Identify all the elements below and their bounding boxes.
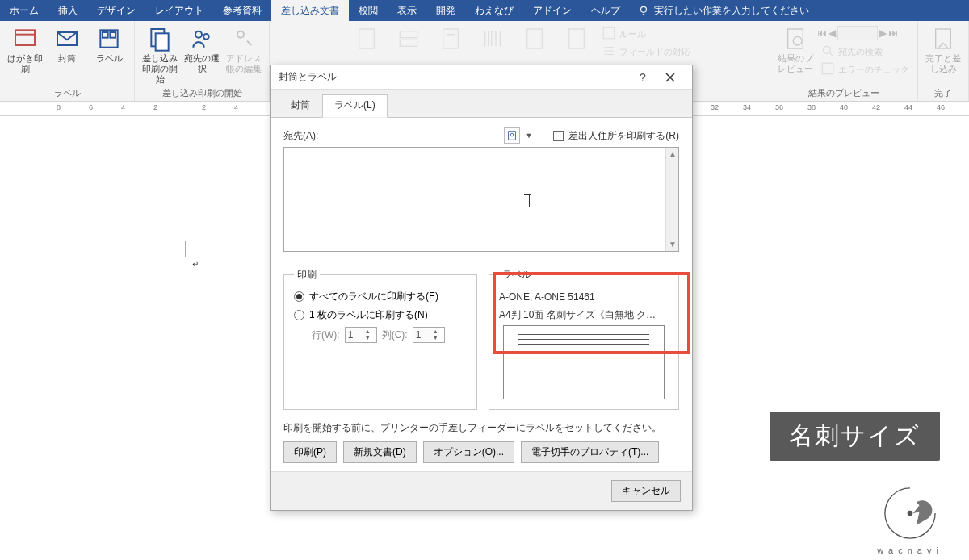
tab-home[interactable]: ホーム	[0, 0, 48, 21]
start-mailmerge-button[interactable]: 差し込み印刷の開始	[140, 24, 180, 86]
rules-icon	[602, 26, 616, 40]
envelopes-labels-dialog: 封筒とラベル ? 封筒 ラベル(L) 宛先(A): ▼ 差出人住所を印刷する(R…	[270, 65, 693, 511]
svg-rect-4	[103, 32, 108, 38]
edit-recipients-icon	[231, 26, 257, 52]
tell-me-text: 実行したい作業を入力してください	[654, 4, 809, 18]
close-icon	[665, 73, 675, 82]
print-group-legend: 印刷	[294, 268, 320, 282]
hagaki-icon	[12, 26, 38, 52]
svg-point-23	[908, 511, 912, 515]
group-create-label: ラベル	[54, 86, 81, 99]
svg-point-19	[793, 36, 802, 45]
options-button[interactable]: オプション(O)...	[423, 441, 514, 463]
svg-point-10	[237, 31, 244, 38]
svg-rect-5	[110, 32, 115, 38]
tab-developer[interactable]: 開発	[426, 0, 465, 21]
check-errors-button: エラーのチェック	[817, 60, 912, 77]
address-scrollbar[interactable]: ▲ ▼	[665, 148, 678, 251]
label-product-line2: A4判 10面 名刺サイズ《白無地 ク…	[499, 307, 669, 322]
address-book-button[interactable]	[504, 127, 520, 144]
svg-rect-24	[509, 132, 516, 140]
next-record-icon: ▶	[879, 27, 887, 39]
watermark-logo: wacnavi	[874, 481, 946, 555]
dialog-tab-label[interactable]: ラベル(L)	[322, 94, 388, 118]
preview-results-button: 結果のプレビュー	[775, 24, 816, 76]
epostage-button[interactable]: 電子切手のプロパティ(T)...	[521, 441, 659, 463]
col-spinner[interactable]: ▲▼	[413, 327, 445, 343]
group-finish: 完了と差し込み 完了	[918, 21, 969, 101]
find-recipient-button: 宛先の検索	[817, 42, 912, 60]
tab-custom[interactable]: わえなび	[465, 0, 523, 21]
new-document-button[interactable]: 新規文書(D)	[343, 441, 417, 463]
row-label: 行(W):	[312, 328, 340, 342]
tab-mailings[interactable]: 差し込み文書	[271, 0, 349, 21]
radio-all-labels[interactable]: すべてのラベルに印刷する(E)	[294, 290, 467, 303]
label-preview	[503, 325, 665, 399]
svg-rect-15	[526, 29, 542, 48]
svg-rect-16	[568, 29, 584, 48]
last-record-icon: ⏭	[888, 27, 898, 39]
tab-addin[interactable]: アドイン	[523, 0, 581, 21]
barcode-button	[472, 24, 513, 53]
svg-point-0	[641, 6, 647, 12]
dialog-tab-envelope[interactable]: 封筒	[279, 94, 322, 117]
edit-recipients-button: アドレス帳の編集	[224, 24, 264, 76]
dialog-help-button[interactable]: ?	[629, 65, 656, 90]
svg-rect-17	[603, 27, 615, 39]
match-fields-button: フィールドの対応	[598, 42, 694, 60]
envelope-button[interactable]: 封筒	[47, 24, 87, 65]
address-book-icon	[506, 130, 518, 141]
select-recipients-button[interactable]: 宛先の選択	[182, 24, 222, 76]
envelope-icon	[54, 26, 80, 52]
tab-references[interactable]: 参考資料	[213, 0, 271, 21]
svg-rect-1	[15, 30, 35, 45]
svg-point-9	[203, 34, 209, 40]
check-icon	[820, 61, 835, 76]
app-tabs: ホーム 挿入 デザイン レイアウト 参考資料 差し込み文書 校閲 表示 開発 わ…	[0, 0, 969, 21]
label-info-group[interactable]: ラベル A-ONE, A-ONE 51461 A4判 10面 名刺サイズ《白無地…	[489, 268, 679, 410]
label-icon	[96, 26, 122, 52]
highlight-fields-button	[346, 24, 387, 53]
preview-icon	[782, 26, 808, 52]
scroll-down-icon[interactable]: ▼	[668, 240, 677, 249]
watermark-text: wacnavi	[874, 545, 946, 555]
group-preview: 結果のプレビュー ⏮ ◀ ▶ ⏭ 宛先の検索 エラーのチェック 結果のプレビュー	[770, 21, 918, 101]
scroll-up-icon[interactable]: ▲	[668, 149, 677, 159]
hagaki-button[interactable]: はがき印刷	[5, 24, 45, 76]
tab-layout[interactable]: レイアウト	[145, 0, 213, 21]
tab-insert[interactable]: 挿入	[48, 0, 87, 21]
sender-address-checkbox[interactable]	[553, 131, 564, 141]
tab-help[interactable]: ヘルプ	[581, 0, 630, 21]
row-spinner[interactable]: ▲▼	[345, 327, 377, 343]
svg-rect-22	[936, 29, 951, 48]
tell-me[interactable]: 実行したい作業を入力してください	[630, 0, 817, 21]
paragraph-mark: ↵	[192, 260, 199, 269]
mailmerge-icon	[147, 26, 173, 52]
group-preview-label: 結果のプレビュー	[808, 86, 879, 99]
cancel-button[interactable]: キャンセル	[611, 480, 681, 502]
rules-button: ルール	[598, 24, 694, 42]
radio-single-label[interactable]: 1 枚のラベルに印刷する(N)	[294, 308, 467, 322]
tab-review[interactable]: 校閲	[349, 0, 388, 21]
page-corner-tl	[170, 241, 186, 257]
svg-point-20	[823, 46, 830, 53]
svg-point-25	[511, 133, 514, 136]
svg-rect-13	[400, 40, 417, 46]
svg-rect-11	[359, 29, 374, 48]
first-record-icon: ⏮	[817, 27, 827, 39]
greeting-line-button	[430, 24, 471, 53]
dialog-tabs: 封筒 ラベル(L)	[271, 90, 692, 118]
dialog-titlebar[interactable]: 封筒とラベル ?	[271, 65, 692, 90]
print-button[interactable]: 印刷(P)	[283, 441, 337, 463]
tab-view[interactable]: 表示	[388, 0, 426, 21]
tab-design[interactable]: デザイン	[87, 0, 145, 21]
print-options-group: 印刷 すべてのラベルに印刷する(E) 1 枚のラベルに印刷する(N) 行(W):…	[283, 268, 477, 410]
insert-field-button	[514, 24, 555, 53]
group-create: はがき印刷 封筒 ラベル ラベル	[0, 21, 135, 101]
dialog-close-button[interactable]	[656, 65, 684, 90]
label-button[interactable]: ラベル	[89, 24, 129, 65]
address-textarea[interactable]: ▲ ▼	[283, 147, 679, 252]
dialog-body: 宛先(A): ▼ 差出人住所を印刷する(R) ▲ ▼ 印刷 すべてのラベルに印刷…	[271, 118, 692, 471]
printer-hint: 印刷を開始する前に、プリンターの手差しフィーダーにラベルをセットしてください。	[283, 421, 679, 435]
dropdown-arrow-icon[interactable]: ▼	[525, 132, 532, 140]
